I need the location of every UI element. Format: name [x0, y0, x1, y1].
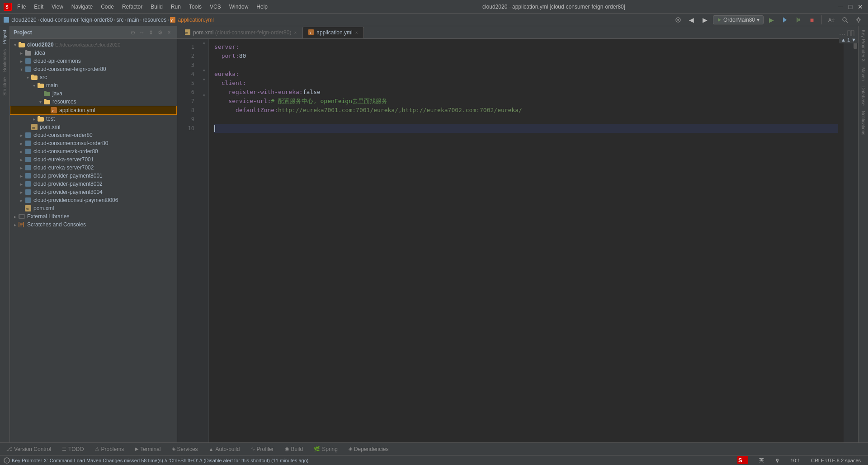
tree-item-pom-root[interactable]: ▸ m pom.xml [10, 204, 177, 212]
tree-item-eureka-server7001[interactable]: ▸ cloud-eureka-server7001 [10, 155, 177, 164]
bottom-tab-spring[interactable]: 🌿 Spring [309, 445, 342, 453]
tree-item-cloud-api-commons[interactable]: ▸ cloud-api-commons [10, 57, 177, 65]
close-button[interactable]: ✕ [856, 3, 864, 11]
panel-icon-collapse[interactable]: ⇕ [147, 28, 155, 37]
editor-tab-pom[interactable]: m pom.xml (cloud-consumer-feign-order80)… [179, 27, 302, 38]
expand-arrow-payment8004[interactable]: ▸ [18, 190, 24, 195]
panel-icon-settings[interactable]: ⚙ [156, 28, 164, 37]
code-content[interactable]: server: port: 80 eureka: client: [209, 39, 844, 442]
panel-icon-locate[interactable]: ⊙ [129, 28, 137, 37]
expand-arrow-feign80[interactable]: ▾ [18, 67, 24, 72]
bottom-tab-services[interactable]: ◈ Services [167, 445, 203, 453]
breadcrumb-module[interactable]: cloud-consumer-feign-order80 [40, 17, 113, 23]
breadcrumb-resources[interactable]: resources [143, 17, 167, 23]
notifications-panel[interactable]: Notifications [860, 109, 867, 137]
menu-vcs[interactable]: VCS [206, 3, 225, 11]
breadcrumb-main[interactable]: main [127, 17, 139, 23]
menu-navigate[interactable]: Navigate [68, 3, 96, 11]
status-position[interactable]: 10:1 [787, 458, 804, 463]
bottom-tab-todo[interactable]: ☰ TODO [57, 445, 88, 453]
breadcrumb-file[interactable]: Y application.yml [170, 17, 214, 23]
tree-item-payment8002[interactable]: ▸ cloud-provider-payment8002 [10, 180, 177, 188]
expand-arrow-scratches[interactable]: ▸ [12, 222, 18, 227]
settings-button[interactable] [853, 14, 864, 26]
status-encoding[interactable]: CRLF UTF-8 2 spaces [807, 458, 864, 463]
key-promoter-panel[interactable]: Key Promoter X [860, 28, 867, 64]
expand-arrow-eureka7001[interactable]: ▸ [18, 157, 24, 162]
menu-file[interactable]: File [14, 3, 29, 11]
tree-item-idea[interactable]: ▸ .idea [10, 49, 177, 57]
fold-indicator-5[interactable]: ▾ [203, 77, 205, 82]
tree-item-cloud2020[interactable]: ▾ cloud2020 E:\idea-workspace\cloud2020 [10, 41, 177, 49]
database-panel[interactable]: Database [860, 85, 867, 108]
tree-item-payment8001[interactable]: ▸ cloud-provider-payment8001 [10, 172, 177, 180]
expand-arrow-eureka7002[interactable]: ▸ [18, 165, 24, 170]
tree-item-test[interactable]: ▸ test [10, 115, 177, 123]
breadcrumb-root[interactable]: cloud2020 [4, 17, 37, 23]
breadcrumb-src[interactable]: src [116, 17, 123, 23]
vertical-scrollbar[interactable] [853, 39, 858, 442]
tree-item-external-libraries[interactable]: ▸ External Libraries [10, 212, 177, 221]
status-mic-icon[interactable]: 🎙 [771, 458, 783, 463]
menu-tools[interactable]: Tools [185, 3, 205, 11]
expand-arrow-external[interactable]: ▸ [12, 214, 18, 219]
run-config-selector[interactable]: OrderMain80 ▾ [713, 15, 764, 24]
bottom-tab-dependencies[interactable]: ◈ Dependencies [344, 445, 393, 453]
menu-build[interactable]: Build [147, 3, 166, 11]
expand-arrow-providerconsul8006[interactable]: ▸ [18, 198, 24, 203]
coverage-button[interactable] [793, 14, 804, 26]
bookmarks-panel-toggle[interactable]: Bookmarks [1, 47, 8, 74]
fold-indicator-7[interactable]: ▾ [200, 93, 208, 98]
minimize-button[interactable]: ─ [836, 3, 844, 11]
expand-arrow-consumer-order80[interactable]: ▸ [18, 133, 24, 138]
expand-arrow-java[interactable]: ▸ [37, 91, 43, 96]
expand-arrow-main[interactable]: ▾ [31, 83, 37, 88]
expand-arrow-idea[interactable]: ▸ [18, 51, 24, 56]
search-button[interactable] [839, 14, 851, 26]
expand-arrow-cloud-api-commons[interactable]: ▸ [18, 59, 24, 64]
tree-item-java[interactable]: ▸ java [10, 89, 177, 98]
forward-button[interactable]: ▶ [699, 14, 711, 26]
bottom-tab-problems[interactable]: ⚠ Problems [90, 445, 129, 453]
pom-tab-close[interactable]: × [294, 30, 297, 35]
tree-item-application-yml[interactable]: ▸ Y application.yml [10, 106, 177, 115]
expand-arrow-payment8001[interactable]: ▸ [18, 174, 24, 178]
back-button[interactable]: ◀ [686, 14, 698, 26]
bottom-tab-profiler[interactable]: ∿ Profiler [246, 445, 278, 453]
panel-icon-close[interactable]: × [165, 28, 173, 37]
bottom-tab-terminal[interactable]: ▶ Terminal [130, 445, 165, 453]
settings-dropdown-button[interactable] [672, 14, 684, 26]
bottom-tab-autobuild[interactable]: ▲ Auto-build [204, 445, 245, 453]
translate-button[interactable]: A文 [826, 14, 837, 26]
project-panel-toggle[interactable]: Project [1, 28, 8, 46]
tree-item-main[interactable]: ▾ main [10, 81, 177, 89]
expand-arrow-test[interactable]: ▸ [31, 117, 37, 122]
maven-panel[interactable]: Maven [860, 66, 867, 83]
tree-item-cloud-consumer-feign-order80[interactable]: ▾ cloud-consumer-feign-order80 [10, 65, 177, 73]
tree-item-pom-feign[interactable]: ▸ m pom.xml [10, 123, 177, 131]
tree-item-consumerconsul-order80[interactable]: ▸ cloud-consumerconsul-order80 [10, 139, 177, 147]
tree-item-consumerzk-order80[interactable]: ▸ cloud-consumerzk-order80 [10, 147, 177, 155]
bottom-tab-build[interactable]: ◉ Build [280, 445, 308, 453]
structure-panel-toggle[interactable]: Structure [1, 75, 8, 98]
editor-tab-yaml[interactable]: Y application.yml × [302, 27, 363, 38]
menu-window[interactable]: Window [226, 3, 252, 11]
tree-item-payment8004[interactable]: ▸ cloud-provider-payment8004 [10, 188, 177, 196]
expand-arrow-payment8002[interactable]: ▸ [18, 182, 24, 187]
expand-arrow-resources[interactable]: ▾ [37, 99, 43, 104]
expand-arrow-consumerzk-order80[interactable]: ▸ [18, 149, 24, 154]
run-button[interactable]: ▶ [765, 14, 777, 26]
menu-help[interactable]: Help [253, 3, 271, 11]
yaml-tab-close[interactable]: × [355, 30, 358, 35]
menu-run[interactable]: Run [167, 3, 184, 11]
expand-arrow-cloud2020[interactable]: ▾ [12, 42, 18, 47]
menu-edit[interactable]: Edit [30, 3, 47, 11]
tree-item-resources[interactable]: ▾ resources [10, 98, 177, 106]
tree-item-src[interactable]: ▾ src [10, 73, 177, 81]
debug-button[interactable] [779, 14, 791, 26]
tree-item-scratches[interactable]: ▸ Scratches and Consoles [10, 221, 177, 229]
expand-arrow-consumerconsul-order80[interactable]: ▸ [18, 141, 24, 146]
menu-code[interactable]: Code [97, 3, 118, 11]
tree-item-providerconsul-payment8006[interactable]: ▸ cloud-providerconsul-payment8006 [10, 196, 177, 204]
stop-button[interactable]: ■ [806, 14, 818, 26]
